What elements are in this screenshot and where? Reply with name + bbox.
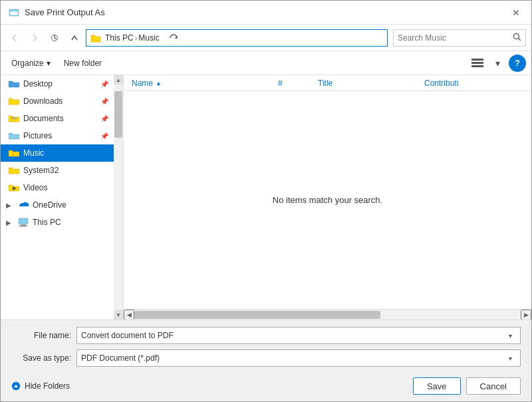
svg-rect-8 xyxy=(11,117,17,118)
svg-rect-7 xyxy=(471,65,483,67)
sidebar-section-thispc-label: This PC xyxy=(33,218,61,227)
dialog-icon xyxy=(9,7,19,18)
crumb-thispc[interactable]: This PC xyxy=(105,33,134,43)
filetype-row: Save as type: ▾ xyxy=(11,349,521,367)
svg-rect-5 xyxy=(471,59,483,61)
save-dialog: Save Print Output As ✕ xyxy=(0,0,532,402)
list-header: Name ▲ # Title Contributi xyxy=(124,75,531,91)
sidebar: Desktop 📌 Downloads 📌 Docu xyxy=(1,75,124,319)
col-contrib-label: Contributi xyxy=(424,79,458,88)
hscroll-left-button[interactable]: ◀ xyxy=(124,309,134,320)
title-bar-left: Save Print Output As xyxy=(9,7,105,18)
search-bar[interactable] xyxy=(393,29,526,47)
sidebar-content: Desktop 📌 Downloads 📌 Docu xyxy=(1,75,114,319)
organize-button[interactable]: Organize ▾ xyxy=(6,55,56,72)
search-input[interactable] xyxy=(398,33,510,43)
sidebar-item-desktop[interactable]: Desktop 📌 xyxy=(1,75,114,93)
sidebar-item-system32[interactable]: System32 xyxy=(1,162,114,179)
col-header-contrib[interactable]: Contributi xyxy=(422,77,526,89)
svg-rect-13 xyxy=(21,224,26,226)
col-header-name[interactable]: Name ▲ xyxy=(129,77,275,89)
nav-bar: This PC › Music xyxy=(1,25,531,51)
sidebar-scrollbar: ▲ ▼ xyxy=(114,75,123,319)
view-button[interactable] xyxy=(469,55,486,72)
help-button[interactable]: ? xyxy=(509,55,526,72)
sidebar-item-pictures-label: Pictures xyxy=(23,131,52,140)
view-list-icon xyxy=(471,58,483,69)
sidebar-section-onedrive[interactable]: ▶ OneDrive xyxy=(1,196,114,214)
close-button[interactable]: ✕ xyxy=(509,5,523,20)
filename-dropdown-btn[interactable]: ▾ xyxy=(504,327,516,343)
svg-rect-12 xyxy=(19,218,28,224)
pictures-folder-icon xyxy=(9,131,19,140)
sidebar-section-onedrive-label: OneDrive xyxy=(33,200,66,210)
search-icon xyxy=(513,33,521,41)
col-header-title[interactable]: Title xyxy=(315,77,422,89)
filename-dropdown-arrow: ▾ xyxy=(509,332,512,339)
filetype-input-wrap[interactable]: ▾ xyxy=(76,349,521,367)
hscroll-thumb[interactable] xyxy=(134,311,380,319)
sidebar-scroll-down[interactable]: ▼ xyxy=(114,310,123,319)
content-area: Name ▲ # Title Contributi No items match… xyxy=(124,75,531,319)
view-dropdown-button[interactable]: ▾ xyxy=(489,55,506,72)
address-bar[interactable]: This PC › Music xyxy=(86,29,388,47)
pin-icon-desktop: 📌 xyxy=(100,81,108,88)
sidebar-item-documents[interactable]: Documents 📌 xyxy=(1,110,114,127)
onedrive-icon xyxy=(18,201,29,209)
sidebar-item-downloads[interactable]: Downloads 📌 xyxy=(1,93,114,110)
pin-icon-downloads: 📌 xyxy=(100,98,108,105)
bottom-form: File name: ▾ Save as type: ▾ xyxy=(1,319,531,401)
thispc-icon xyxy=(18,218,29,227)
col-header-num[interactable]: # xyxy=(275,77,315,89)
refresh-button[interactable] xyxy=(166,31,181,45)
filename-input-wrap[interactable]: ▾ xyxy=(76,327,521,344)
filename-label: File name: xyxy=(11,331,71,340)
crumb-sep-1: › xyxy=(135,34,138,42)
save-button[interactable]: Save xyxy=(413,377,461,395)
hide-folders-button[interactable]: Hide Folders xyxy=(11,381,70,391)
hscroll-right-button[interactable]: ▶ xyxy=(521,309,531,320)
col-title-label: Title xyxy=(318,79,332,88)
filetype-dropdown-btn[interactable]: ▾ xyxy=(504,350,516,366)
organize-label: Organize xyxy=(11,59,44,68)
filename-input[interactable] xyxy=(81,331,504,340)
filetype-label: Save as type: xyxy=(11,353,71,363)
downloads-folder-icon xyxy=(9,97,19,106)
list-content: No items match your search. xyxy=(124,91,531,309)
forward-button[interactable] xyxy=(26,29,43,47)
path-folder-icon xyxy=(90,33,101,43)
up-button[interactable] xyxy=(66,29,83,47)
col-name-label: Name xyxy=(132,79,153,88)
desktop-folder-icon xyxy=(9,79,19,89)
svg-rect-9 xyxy=(11,118,17,119)
search-button[interactable] xyxy=(513,33,521,43)
new-folder-button[interactable]: New folder xyxy=(59,55,107,72)
empty-message: No items match your search. xyxy=(273,195,382,205)
cancel-button[interactable]: Cancel xyxy=(466,377,521,395)
view-dropdown-icon: ▾ xyxy=(495,58,500,69)
back-icon xyxy=(11,33,18,43)
cancel-label: Cancel xyxy=(480,381,507,391)
refresh-icon xyxy=(169,33,178,43)
pin-icon-documents: 📌 xyxy=(100,115,108,122)
recent-btn[interactable] xyxy=(46,29,63,47)
filetype-input[interactable] xyxy=(81,353,504,363)
sidebar-item-pictures[interactable]: Pictures 📌 xyxy=(1,127,114,144)
action-buttons: Save Cancel xyxy=(413,377,521,395)
save-label: Save xyxy=(427,381,447,391)
filetype-dropdown-arrow: ▾ xyxy=(509,355,512,362)
recent-icon xyxy=(51,34,58,42)
new-folder-label: New folder xyxy=(64,59,102,68)
sidebar-item-system32-label: System32 xyxy=(23,166,59,175)
sidebar-item-music[interactable]: ♪ Music xyxy=(1,144,114,162)
sidebar-scroll-up[interactable]: ▲ xyxy=(114,75,123,85)
back-button[interactable] xyxy=(6,29,23,47)
up-icon xyxy=(70,34,78,42)
sidebar-item-downloads-label: Downloads xyxy=(23,97,63,106)
sidebar-scroll-thumb[interactable] xyxy=(114,91,122,138)
sidebar-item-videos[interactable]: Videos xyxy=(1,179,114,196)
dialog-title: Save Print Output As xyxy=(25,7,105,17)
crumb-music[interactable]: Music xyxy=(138,33,159,43)
organize-arrow-icon: ▾ xyxy=(47,59,51,68)
sidebar-section-thispc[interactable]: ▶ This PC xyxy=(1,214,114,231)
